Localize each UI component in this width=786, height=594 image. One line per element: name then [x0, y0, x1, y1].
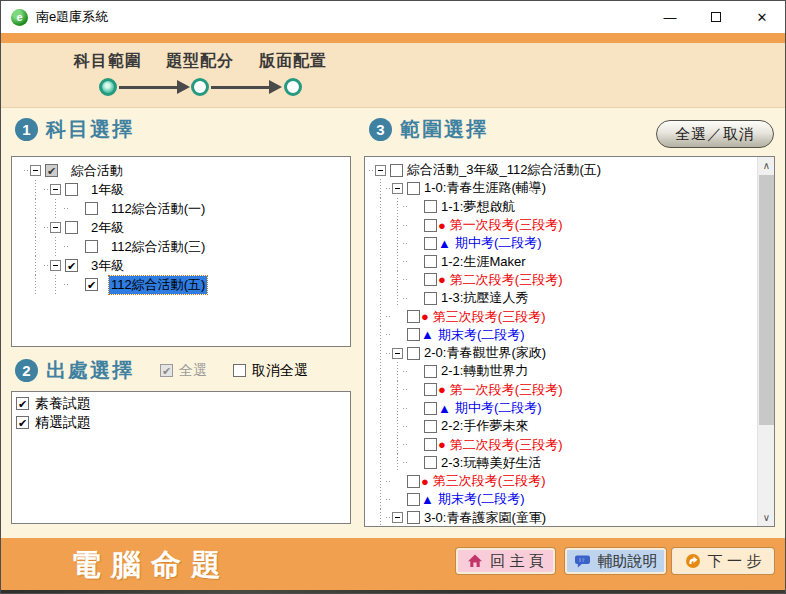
tree-checkbox[interactable]	[65, 183, 78, 196]
expand-toggle-icon[interactable]	[50, 222, 61, 233]
tree-connector	[403, 371, 409, 372]
tree-checkbox[interactable]	[407, 328, 420, 341]
tree-checkbox[interactable]	[424, 255, 437, 268]
select-all-toggle-button[interactable]: 全選／取消	[656, 120, 774, 148]
tree-checkbox[interactable]	[45, 164, 58, 177]
source-list-item[interactable]: 素養試題	[12, 394, 350, 413]
tree-node-label[interactable]: 2-0:青春觀世界(家政)	[422, 344, 548, 362]
tree-node-label[interactable]: 第二次段考(三段考)	[448, 436, 565, 454]
tree-checkbox[interactable]	[424, 237, 437, 250]
expand-toggle-icon[interactable]	[392, 183, 403, 194]
tree-node-label[interactable]: 1-1:夢想啟航	[439, 198, 517, 216]
tree-checkbox[interactable]	[407, 511, 420, 524]
tree-checkbox[interactable]	[424, 383, 437, 396]
source-checkbox[interactable]	[16, 397, 29, 410]
tree-node-label[interactable]: 第二次段考(三段考)	[448, 271, 565, 289]
scrollbar-up-icon[interactable]: ∧	[758, 157, 775, 174]
tree-node-label[interactable]: 第三次段考(三段考)	[431, 308, 548, 326]
tree-checkbox[interactable]	[424, 292, 437, 305]
step-circle-2[interactable]	[191, 78, 209, 96]
tree-node-label[interactable]: 期中考(二段考)	[453, 234, 544, 252]
tree-connector	[403, 462, 409, 463]
tree-checkbox[interactable]	[424, 219, 437, 232]
step-label-layout-config[interactable]: 版面配置	[248, 51, 338, 72]
tree-node-label[interactable]: 期末考(二段考)	[436, 326, 527, 344]
scrollbar[interactable]: ∧ ∨	[757, 157, 774, 526]
tree-guide	[369, 472, 386, 490]
source-list-item[interactable]: 精選試題	[12, 413, 350, 432]
select-all-checkbox[interactable]	[160, 364, 173, 377]
tree-node-label[interactable]: 112綜合活動(一)	[109, 200, 207, 218]
tree-guide	[369, 326, 386, 344]
expand-toggle-icon[interactable]	[392, 348, 403, 359]
tree-node-label[interactable]: 2年級	[89, 219, 126, 237]
tree-node-label[interactable]: 1年級	[89, 181, 126, 199]
deselect-all-checkbox[interactable]	[233, 364, 246, 377]
tree-node-label[interactable]: 1-2:生涯Maker	[439, 253, 528, 271]
help-button[interactable]: 輔助說明	[565, 548, 666, 574]
scrollbar-thumb[interactable]	[759, 175, 774, 425]
next-button[interactable]: 下 一 步	[672, 548, 774, 574]
tree-node-label[interactable]: 2-2:手作夢未來	[439, 417, 530, 435]
expand-toggle-icon[interactable]	[30, 165, 41, 176]
tree-checkbox[interactable]	[407, 475, 420, 488]
tree-checkbox[interactable]	[424, 273, 437, 286]
tree-node-label[interactable]: 112綜合活動(三)	[109, 238, 207, 256]
expand-toggle-icon[interactable]	[50, 184, 61, 195]
tree-node-label[interactable]: 第三次段考(三段考)	[431, 472, 548, 490]
tree-node-label[interactable]: 期中考(二段考)	[453, 399, 544, 417]
tree-node-label[interactable]: 1-0:青春生涯路(輔導)	[422, 179, 548, 197]
tree-checkbox[interactable]	[407, 493, 420, 506]
tree-node-label[interactable]: 112綜合活動(五)	[109, 276, 207, 294]
tree-checkbox[interactable]	[407, 182, 420, 195]
tree-node-label[interactable]: 綜合活動	[69, 162, 125, 180]
expand-toggle-icon[interactable]	[392, 512, 403, 523]
tree-checkbox[interactable]	[65, 259, 78, 272]
expand-toggle-icon[interactable]	[50, 260, 61, 271]
tree-node-label[interactable]: 2-1:轉動世界力	[439, 362, 530, 380]
tree-node-label[interactable]: 3年級	[89, 257, 126, 275]
tree-checkbox[interactable]	[407, 347, 420, 360]
window-title: 南e題庫系統	[36, 8, 108, 26]
step-circle-1[interactable]	[99, 78, 117, 96]
tree-checkbox[interactable]	[85, 278, 98, 291]
tree-node-label[interactable]: 3-0:青春護家園(童軍)	[422, 509, 548, 527]
tree-checkbox[interactable]	[424, 420, 437, 433]
step-label-question-allocation[interactable]: 題型配分	[155, 51, 245, 72]
deselect-all-checkbox-group[interactable]: 取消全選	[233, 362, 308, 380]
tree-checkbox[interactable]	[424, 365, 437, 378]
tree-checkbox[interactable]	[85, 202, 98, 215]
tree-node-label[interactable]: 第一次段考(三段考)	[448, 216, 565, 234]
tree-checkbox[interactable]	[424, 200, 437, 213]
tree-checkbox[interactable]	[424, 456, 437, 469]
expand-toggle-icon[interactable]	[375, 165, 386, 176]
tree-row: 1-3:抗壓達人秀	[367, 289, 774, 307]
tree-checkbox[interactable]	[424, 438, 437, 451]
close-button[interactable]: ✕	[739, 1, 785, 33]
tree-checkbox[interactable]	[65, 221, 78, 234]
tree-node-label[interactable]: 2-3:玩轉美好生活	[439, 454, 543, 472]
next-arrow-icon	[685, 553, 701, 569]
tree-row: 1年級	[12, 180, 350, 199]
exam-blue-triangle-icon: ▲	[421, 328, 434, 341]
tree-node-label[interactable]: 1-3:抗壓達人秀	[439, 289, 530, 307]
tree-node-label[interactable]: 期末考(二段考)	[436, 490, 527, 508]
scrollbar-down-icon[interactable]: ∨	[758, 509, 775, 526]
tree-guide	[369, 362, 386, 380]
tree-node-label[interactable]: 綜合活動_3年級_112綜合活動(五)	[405, 161, 603, 179]
section1-title: 科目選擇	[46, 116, 134, 143]
maximize-button[interactable]	[693, 1, 739, 33]
select-all-checkbox-group[interactable]: 全選	[160, 362, 207, 380]
deselect-all-label: 取消全選	[252, 362, 308, 380]
step-circle-3[interactable]	[284, 78, 302, 96]
home-button[interactable]: 回 主 頁	[456, 548, 555, 574]
source-checkbox[interactable]	[16, 416, 29, 429]
step-label-subject-range[interactable]: 科目範圍	[63, 51, 153, 72]
tree-checkbox[interactable]	[407, 310, 420, 323]
tree-guide	[386, 216, 403, 234]
tree-checkbox[interactable]	[424, 402, 437, 415]
minimize-button[interactable]: —	[647, 1, 693, 33]
tree-checkbox[interactable]	[85, 240, 98, 253]
tree-node-label[interactable]: 第一次段考(三段考)	[448, 381, 565, 399]
tree-checkbox[interactable]	[390, 164, 403, 177]
